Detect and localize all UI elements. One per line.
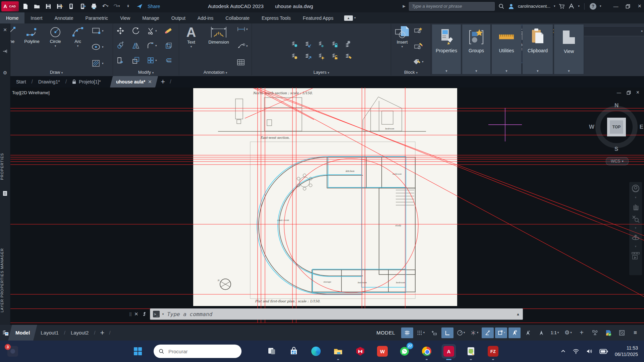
graphics-performance-badge[interactable] [602, 327, 614, 338]
rectangle-tool[interactable]: ▾ [91, 27, 104, 35]
panel-label-layers[interactable]: Layers ▾ [252, 70, 391, 75]
fullscreen-toggle[interactable] [616, 327, 628, 338]
panel-view[interactable]: View ▼ [554, 24, 584, 74]
autodesk-account-icon[interactable] [568, 3, 575, 9]
panel-label-block[interactable]: Block ▾ [391, 70, 431, 75]
panel-label-annotation[interactable]: Annotation ▾ [179, 70, 252, 75]
layer-lock-tool[interactable] [328, 38, 341, 50]
taskbar-search-input[interactable] [168, 348, 219, 355]
panel-clipboard[interactable]: Clipboard ▼ [522, 24, 553, 74]
panel-label-draw[interactable]: Draw ▾ [0, 70, 113, 75]
create-block-tool[interactable] [414, 27, 423, 34]
layer-manager-statusbar-icon[interactable] [0, 329, 10, 337]
new-layout-button[interactable]: + [95, 328, 109, 337]
close-button[interactable]: × [638, 3, 641, 10]
viewcube-north[interactable]: N [614, 102, 619, 109]
pan-hand-icon[interactable] [631, 202, 640, 211]
layout-tab-layout2[interactable]: Layout2 [65, 325, 94, 341]
zoom-extents-icon[interactable] [631, 215, 640, 223]
help-icon[interactable]: ? [590, 3, 596, 10]
steering-wheel-chevron[interactable]: ▾ [635, 196, 637, 199]
share-button[interactable]: Share [148, 4, 160, 9]
utilities-panel-chevron[interactable]: ▼ [505, 70, 508, 73]
redo-button[interactable]: ↷▾ [112, 2, 121, 11]
arc-tool[interactable]: Arc ▾ [68, 25, 87, 48]
autocad-taskbar-icon[interactable]: A [442, 345, 455, 358]
file-tab-projeto[interactable]: Projeto[1]* [67, 76, 105, 87]
new-file-button[interactable] [21, 2, 30, 11]
start-button[interactable] [131, 345, 145, 358]
show-motion-icon[interactable] [631, 251, 640, 260]
user-avatar-icon[interactable] [508, 3, 515, 10]
quick-measure-plus[interactable]: + [576, 327, 588, 338]
orbit-chevron[interactable]: ▾ [635, 245, 637, 248]
properties-palette-icon[interactable] [1, 190, 9, 197]
tab-manage[interactable]: Manage [136, 12, 165, 23]
clipboard-panel-chevron[interactable]: ▼ [536, 70, 539, 73]
edge-browser-icon[interactable] [309, 345, 323, 358]
ortho-toggle[interactable] [441, 327, 453, 338]
command-line-wrench-icon[interactable] [141, 311, 147, 317]
wifi-icon[interactable] [573, 348, 579, 355]
minimize-button[interactable]: — [613, 3, 618, 9]
task-view-icon[interactable] [265, 345, 278, 358]
file-tab-start[interactable]: Start [11, 76, 31, 87]
chrome-icon[interactable] [420, 345, 433, 358]
whatsapp-icon[interactable]: 27 [398, 345, 411, 358]
open-web-mobile-button[interactable] [66, 2, 76, 11]
object-snap-toggle[interactable]: ▾ [495, 327, 507, 338]
volume-icon[interactable] [586, 348, 593, 355]
command-input[interactable] [166, 311, 514, 318]
search-icon[interactable] [498, 3, 504, 9]
tab-output[interactable]: Output [165, 12, 192, 23]
viewcube-east[interactable]: E [640, 124, 643, 130]
layer-freeze-tool[interactable]: ❄ [315, 38, 328, 50]
edit-block-tool[interactable] [414, 43, 423, 50]
new-drawing-tab-button[interactable]: + [157, 77, 169, 86]
tab-collaborate[interactable]: Collaborate [219, 12, 256, 23]
explode-tool[interactable] [164, 42, 172, 50]
ribbon-collapse-button[interactable]: ▲ [344, 15, 353, 21]
open-file-button[interactable] [32, 2, 42, 11]
annotation-visibility-toggle[interactable] [508, 327, 521, 338]
mirror-tool[interactable] [132, 42, 140, 50]
viewcube[interactable]: N S W E TOP [594, 105, 639, 149]
stretch-tool[interactable] [116, 56, 124, 64]
layer-isolate-tool[interactable] [301, 38, 315, 50]
layer-off-tool[interactable] [288, 38, 301, 50]
hatch-tool[interactable]: ▾ [91, 59, 104, 68]
undo-button[interactable]: ↶▾ [101, 2, 110, 11]
command-history-chevron[interactable]: ▲ [516, 312, 520, 316]
taskbar-search[interactable] [154, 345, 241, 358]
dimension-tool[interactable]: Dimension [203, 25, 235, 45]
file-tab-drawing1[interactable]: Drawing1* [34, 76, 65, 87]
palette-close-icon[interactable]: ✕ [1, 26, 9, 34]
clock[interactable]: 11:53 06/11/2025 [615, 345, 638, 358]
circle-tool[interactable]: Circle ▾ [45, 25, 66, 48]
restore-button[interactable] [626, 4, 630, 9]
leader-tool[interactable]: ▾ [237, 43, 248, 49]
filezilla-icon[interactable]: FZ [486, 345, 500, 358]
palette-settings-icon[interactable]: ⚙ [1, 69, 9, 76]
drawing-canvas[interactable]: North-south section ; scale : 1/150. Eas… [10, 87, 644, 325]
annotation-autoscale-toggle[interactable] [522, 327, 534, 338]
command-input-bar[interactable]: >_ ▾ ▲ [150, 308, 523, 320]
layer-properties-manager-palette-tab[interactable]: LAYER PROPERTIES MANAGER [0, 241, 10, 320]
offset-tool[interactable] [164, 56, 173, 64]
osnap-tracking-toggle[interactable] [482, 327, 494, 338]
rotate-tool[interactable] [132, 27, 140, 35]
arc-dropdown[interactable]: ▾ [77, 45, 79, 48]
orbit-icon[interactable] [631, 233, 640, 242]
viewcube-south[interactable]: S [614, 146, 618, 153]
properties-palette-tab[interactable]: PROPERTIES [0, 148, 10, 185]
viewport-close-icon[interactable]: × [636, 89, 639, 96]
save-button[interactable] [44, 2, 53, 11]
microsoft-store-icon[interactable] [287, 345, 301, 358]
view-panel-chevron[interactable]: ▼ [568, 70, 571, 73]
user-menu-chevron[interactable]: ▾ [554, 5, 555, 8]
viewport-restore-icon[interactable] [627, 90, 631, 95]
viewport-control-label[interactable]: Top][2D Wireframe] [12, 90, 50, 95]
customization-menu[interactable]: ≡ [629, 327, 641, 338]
text-dropdown[interactable]: ▾ [191, 45, 192, 48]
snap-toggle[interactable]: ▾ [415, 327, 427, 338]
